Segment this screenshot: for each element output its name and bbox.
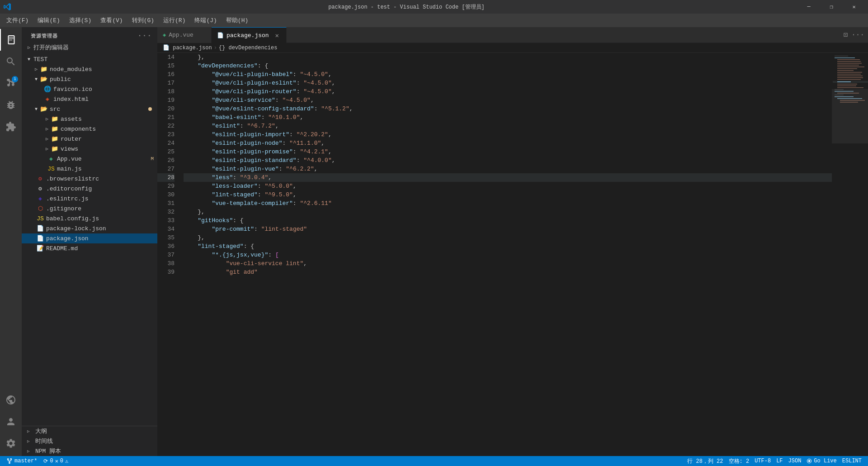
menu-view[interactable]: 查看(V)	[96, 14, 127, 27]
npm-label: NPM 脚本	[35, 447, 61, 455]
open-editors-label: 打开的编辑器	[33, 43, 69, 52]
more-actions-icon[interactable]: ···	[851, 31, 864, 39]
tree-node-modules[interactable]: ▷ 📁 node_modules	[22, 64, 157, 74]
tree-index-html[interactable]: ◈ index.html	[22, 94, 157, 104]
tree-item-label: package.json	[46, 235, 89, 242]
tree-src[interactable]: ▼ 📂 src	[22, 104, 157, 114]
maximize-button[interactable]: ❐	[821, 0, 842, 14]
activity-bar-bottom	[0, 389, 22, 456]
tree-babel-config[interactable]: JS babel.config.js	[22, 214, 157, 223]
activity-account[interactable]	[0, 411, 22, 433]
code-line: "gitHooks": {	[184, 216, 832, 225]
line-ending[interactable]: LF	[774, 456, 785, 466]
row-col-text: 行 28，列 22	[687, 457, 723, 465]
code-line: "devDependencies": {	[184, 62, 832, 70]
tab-label: App.vue	[169, 32, 193, 38]
tree-router[interactable]: ▷ 📁 router	[22, 134, 157, 144]
tabs-bar: ◈ App.vue 📄 package.json ✕ ⊡ ···	[157, 27, 868, 43]
breadcrumb-file[interactable]: 📄 package.json	[163, 44, 212, 51]
error-icon: ✕	[55, 458, 58, 465]
tree-item-label: public	[50, 76, 71, 83]
tree-components[interactable]: ▷ 📁 components	[22, 124, 157, 134]
editor-content: 14 15 16 17 18 19 20 21 22 23 24 25 26 2…	[157, 53, 868, 456]
sidebar-more-icon[interactable]: ···	[137, 32, 152, 40]
vue-file-icon: ◈	[163, 32, 166, 38]
menu-edit[interactable]: 编辑(E)	[33, 14, 64, 27]
minimap-svg	[833, 55, 868, 236]
status-right: 行 28，列 22 空格: 2 UTF-8 LF JSON Go Live ES…	[684, 456, 864, 466]
language-mode[interactable]: JSON	[786, 456, 804, 466]
tree-item-label: router	[61, 136, 82, 143]
indentation[interactable]: 空格: 2	[726, 456, 752, 466]
menu-file[interactable]: 文件(F)	[2, 14, 33, 27]
menu-run[interactable]: 运行(R)	[159, 14, 190, 27]
tree-app-vue[interactable]: ◈ App.vue M	[22, 154, 157, 164]
language-text: JSON	[788, 458, 802, 464]
file-icon: JS	[47, 165, 55, 173]
json-file-icon: 📄	[217, 32, 224, 39]
menu-terminal[interactable]: 终端(J)	[190, 14, 221, 27]
folder-icon: 📂	[40, 75, 48, 83]
project-header[interactable]: ▼ TEST	[22, 54, 157, 64]
sync-status[interactable]: ⟳ 0 ✕ 0 ⚠	[41, 456, 71, 466]
tree-browserslistrc[interactable]: ⚙ .browserslistrc	[22, 174, 157, 184]
menu-select[interactable]: 选择(S)	[65, 14, 96, 27]
folder-icon: 📁	[51, 145, 59, 153]
tab-package-json[interactable]: 📄 package.json ✕	[212, 27, 287, 43]
code-editor[interactable]: }, "devDependencies": { "@vue/cli-plugin…	[180, 53, 832, 456]
menu-go[interactable]: 转到(G)	[127, 14, 159, 27]
tab-close-button[interactable]: ✕	[274, 32, 281, 39]
tree-package-lock[interactable]: 📄 package-lock.json	[22, 223, 157, 233]
tree-favicon[interactable]: 🌐 favicon.ico	[22, 84, 157, 94]
activity-extensions[interactable]	[0, 116, 22, 138]
go-live-button[interactable]: Go Live	[804, 456, 839, 466]
spaces-text: 空格: 2	[729, 457, 750, 465]
sync-icon: ⟳	[43, 458, 48, 465]
activity-settings[interactable]	[0, 433, 22, 454]
breadcrumb-section[interactable]: {} devDependencies	[219, 45, 278, 51]
activity-scm[interactable]: 1	[0, 72, 22, 94]
tree-public[interactable]: ▼ 📂 public	[22, 74, 157, 84]
tree-item-label: package-lock.json	[46, 225, 106, 232]
tree-gitignore[interactable]: ⬡ .gitignore	[22, 204, 157, 214]
code-line: "@vue/cli-plugin-router": "~4.5.0",	[184, 87, 832, 96]
tree-views[interactable]: ▷ 📁 views	[22, 144, 157, 154]
tree-item-label: views	[61, 146, 78, 152]
timeline-label: 时间线	[35, 437, 53, 445]
sidebar-outline[interactable]: ▷ 大纲	[22, 426, 157, 436]
activity-explorer[interactable]	[0, 29, 22, 51]
sidebar-npm[interactable]: ▷ NPM 脚本	[22, 446, 157, 456]
tree-main-js[interactable]: JS main.js	[22, 164, 157, 174]
split-editor-icon[interactable]: ⊡	[844, 30, 848, 39]
tree-eslintrc[interactable]: ◈ .eslintrc.js	[22, 194, 157, 204]
code-line: "vue-template-compiler": "^2.6.11"	[184, 199, 832, 208]
activity-search[interactable]	[0, 51, 22, 72]
close-button[interactable]: ✕	[844, 0, 864, 14]
svg-rect-5	[837, 65, 859, 66]
menubar: 文件(F) 编辑(E) 选择(S) 查看(V) 转到(G) 运行(R) 终端(J…	[0, 14, 868, 27]
encoding[interactable]: UTF-8	[752, 456, 774, 466]
open-editors-header[interactable]: ▷ 打开的编辑器	[22, 43, 157, 52]
tree-package-json[interactable]: 📄 package.json	[22, 233, 157, 243]
warning-count: 0	[60, 458, 63, 464]
tree-assets[interactable]: ▷ 📁 assets	[22, 114, 157, 124]
git-branch[interactable]: master*	[4, 456, 40, 466]
menu-help[interactable]: 帮助(H)	[222, 14, 253, 27]
activity-debug[interactable]	[0, 94, 22, 116]
tab-app-vue[interactable]: ◈ App.vue	[157, 27, 212, 43]
svg-rect-11	[837, 76, 863, 76]
titlebar: package.json - test - Visual Studio Code…	[0, 0, 868, 14]
tree-readme[interactable]: 📝 README.md	[22, 243, 157, 253]
sidebar-header: 资源管理器 ···	[22, 27, 157, 42]
eslint-status[interactable]: ESLINT	[840, 456, 864, 466]
cursor-position[interactable]: 行 28，列 22	[684, 456, 726, 466]
svg-rect-17	[837, 86, 856, 86]
sidebar-timeline[interactable]: ▷ 时间线	[22, 436, 157, 446]
minimize-button[interactable]: —	[798, 0, 819, 14]
tree-editorconfig[interactable]: ⚙ .editorconfig	[22, 184, 157, 194]
code-line: "eslint-plugin-import": "^2.20.2",	[184, 130, 832, 139]
activity-remote[interactable]	[0, 389, 22, 411]
main-layout: 1 资源管理器 ··· ▷ 打开	[0, 27, 868, 456]
outline-label: 大纲	[35, 427, 47, 435]
code-line: "lint-staged": {	[184, 242, 832, 251]
